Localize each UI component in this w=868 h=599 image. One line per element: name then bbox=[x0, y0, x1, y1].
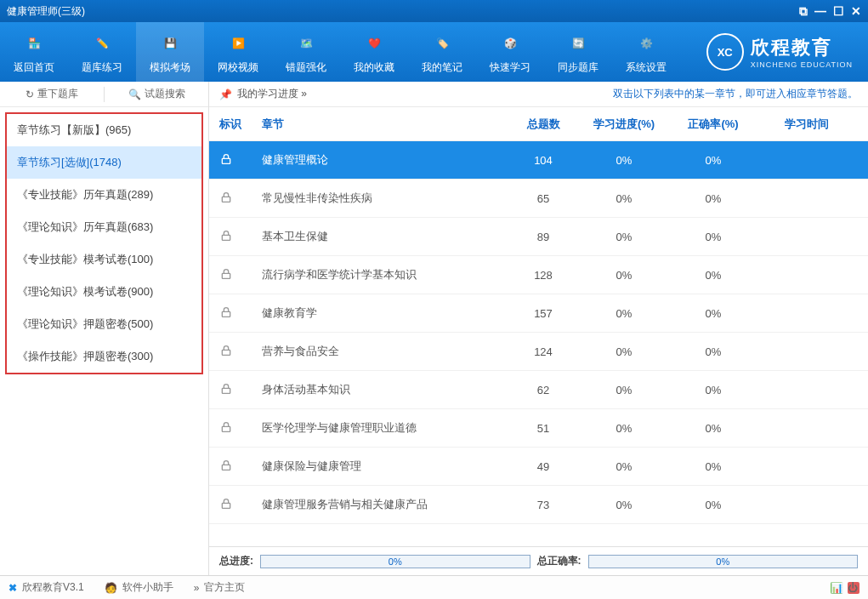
toolbar-pencil[interactable]: ✏️题库练习 bbox=[68, 22, 136, 82]
category-item[interactable]: 《理论知识》历年真题(683) bbox=[7, 211, 201, 243]
toolbar-map[interactable]: 🗺️错题强化 bbox=[272, 22, 340, 82]
toolbar-home[interactable]: 🏪返回首页 bbox=[0, 22, 68, 82]
restore-button[interactable]: ⧉ bbox=[799, 4, 808, 19]
app-window: 健康管理师(三级) ⧉ — ☐ ✕ 🏪返回首页✏️题库练习💾模拟考场▶️网校视频… bbox=[0, 0, 868, 599]
table-header: 标识 章节 总题数 学习进度(%) 正确率(%) 学习时间 bbox=[209, 107, 868, 141]
progress-pct: 0% bbox=[577, 154, 671, 167]
heart-icon: ❤️ bbox=[360, 30, 388, 57]
svg-rect-3 bbox=[222, 273, 230, 278]
maximize-button[interactable]: ☐ bbox=[833, 4, 844, 18]
category-item[interactable]: 章节练习[选做](1748) bbox=[7, 146, 201, 179]
progress-pct: 0% bbox=[577, 269, 671, 282]
hint-text: 双击以下列表中的某一章节，即可进入相应章节答题。 bbox=[613, 87, 858, 101]
gear-icon: ⚙️ bbox=[633, 30, 660, 57]
col-accuracy: 正确率(%) bbox=[671, 117, 756, 132]
chapter-row[interactable]: 基本卫生保健 89 0% 0% bbox=[209, 218, 868, 256]
accuracy-pct: 0% bbox=[671, 384, 756, 396]
reload-questions[interactable]: ↻ 重下题库 bbox=[0, 87, 104, 101]
svg-rect-1 bbox=[222, 197, 230, 202]
svg-rect-6 bbox=[222, 388, 230, 393]
chapter-row[interactable]: 健康保险与健康管理 49 0% 0% bbox=[209, 448, 868, 486]
total-accuracy-label: 总正确率: bbox=[537, 554, 582, 568]
chapter-row[interactable]: 健康教育学 157 0% 0% bbox=[209, 294, 868, 333]
lock-icon bbox=[219, 420, 262, 436]
lock-icon bbox=[219, 267, 262, 283]
toolbar-play[interactable]: ▶️网校视频 bbox=[204, 22, 272, 82]
toolbar-gear[interactable]: ⚙️系统设置 bbox=[612, 22, 680, 82]
category-item[interactable]: 章节练习【新版】(965) bbox=[7, 114, 201, 146]
category-item[interactable]: 《专业技能》模考试卷(100) bbox=[7, 243, 201, 276]
total-progress-label: 总进度: bbox=[219, 554, 253, 568]
close-button[interactable]: ✕ bbox=[851, 4, 861, 18]
total-count: 128 bbox=[509, 269, 577, 282]
reload-icon: ↻ bbox=[26, 88, 34, 100]
svg-rect-0 bbox=[222, 158, 230, 163]
toolbar-save[interactable]: 💾模拟考场 bbox=[136, 22, 204, 82]
my-progress-link[interactable]: 📌 我的学习进度 » bbox=[219, 87, 307, 101]
chapter-name: 健康管理服务营销与相关健康产品 bbox=[262, 497, 509, 512]
status-red-icon[interactable]: ⏻ bbox=[848, 582, 859, 594]
toolbar-label: 快速学习 bbox=[490, 60, 530, 75]
progress-pct: 0% bbox=[577, 384, 671, 396]
search-questions[interactable]: 🔍 试题搜索 bbox=[105, 87, 208, 101]
accuracy-pct: 0% bbox=[671, 269, 756, 282]
svg-rect-4 bbox=[222, 311, 230, 317]
sidebar: ↻ 重下题库 🔍 试题搜索 章节练习【新版】(965)章节练习[选做](1748… bbox=[0, 82, 209, 575]
svg-rect-5 bbox=[222, 350, 230, 355]
svg-rect-7 bbox=[222, 426, 230, 431]
category-item[interactable]: 《专业技能》历年真题(289) bbox=[7, 179, 201, 211]
category-item[interactable]: 《理论知识》押题密卷(500) bbox=[7, 308, 201, 340]
helper-icon: 🧑 bbox=[105, 582, 117, 594]
brand-cn: 欣程教育 bbox=[751, 35, 853, 60]
total-progress-bar: 0% bbox=[260, 555, 530, 568]
progress-pct: 0% bbox=[577, 422, 671, 435]
toolbar-label: 返回首页 bbox=[14, 60, 54, 75]
status-green-icon[interactable]: 📊 bbox=[831, 582, 842, 594]
lock-icon bbox=[219, 382, 262, 398]
chapter-name: 健康教育学 bbox=[262, 305, 509, 321]
brand-logo: XC bbox=[706, 33, 744, 71]
accuracy-pct: 0% bbox=[671, 499, 756, 511]
play-icon: ▶️ bbox=[224, 30, 252, 57]
total-count: 51 bbox=[509, 422, 577, 435]
toolbar-label: 错题强化 bbox=[286, 60, 326, 75]
svg-rect-8 bbox=[222, 465, 230, 470]
category-item[interactable]: 《操作技能》押题密卷(300) bbox=[7, 340, 201, 373]
lock-icon bbox=[219, 344, 262, 360]
chapter-name: 身体活动基本知识 bbox=[262, 382, 509, 397]
total-count: 73 bbox=[509, 499, 577, 511]
toolbar-tag[interactable]: 🏷️我的笔记 bbox=[408, 22, 476, 82]
toolbar-dice[interactable]: 🎲快速学习 bbox=[476, 22, 544, 82]
chapter-row[interactable]: 医学伦理学与健康管理职业道德 51 0% 0% bbox=[209, 409, 868, 448]
progress-pct: 0% bbox=[577, 345, 671, 358]
chapter-row[interactable]: 健康管理服务营销与相关健康产品 73 0% 0% bbox=[209, 486, 868, 524]
logo-icon: ✖ bbox=[9, 582, 17, 594]
progress-footer: 总进度: 0% 总正确率: 0% bbox=[209, 546, 868, 575]
arrow-icon: » bbox=[194, 582, 200, 594]
col-progress: 学习进度(%) bbox=[577, 117, 671, 132]
progress-pct: 0% bbox=[577, 231, 671, 243]
chapter-row[interactable]: 常见慢性非传染性疾病 65 0% 0% bbox=[209, 180, 868, 218]
titlebar: 健康管理师(三级) ⧉ — ☐ ✕ bbox=[0, 0, 868, 22]
category-list: 章节练习【新版】(965)章节练习[选做](1748)《专业技能》历年真题(28… bbox=[5, 112, 203, 374]
chapter-name: 医学伦理学与健康管理职业道德 bbox=[262, 420, 509, 436]
accuracy-pct: 0% bbox=[671, 231, 756, 243]
progress-pct: 0% bbox=[577, 307, 671, 320]
helper-link[interactable]: 🧑 软件小助手 bbox=[105, 580, 173, 595]
col-total: 总题数 bbox=[509, 117, 577, 132]
chapter-row[interactable]: 健康管理概论 104 0% 0% bbox=[209, 141, 868, 180]
col-mark: 标识 bbox=[219, 117, 262, 132]
chapter-row[interactable]: 身体活动基本知识 62 0% 0% bbox=[209, 371, 868, 409]
chapter-name: 常见慢性非传染性疾病 bbox=[262, 191, 509, 206]
minimize-button[interactable]: — bbox=[814, 4, 826, 18]
table-body[interactable]: 健康管理概论 104 0% 0% 常见慢性非传染性疾病 65 0% 0% 基本卫… bbox=[209, 141, 868, 546]
window-title: 健康管理师(三级) bbox=[7, 4, 85, 19]
chapter-row[interactable]: 流行病学和医学统计学基本知识 128 0% 0% bbox=[209, 256, 868, 294]
toolbar-sync[interactable]: 🔄同步题库 bbox=[544, 22, 612, 82]
accuracy-pct: 0% bbox=[671, 192, 756, 205]
chapter-row[interactable]: 营养与食品安全 124 0% 0% bbox=[209, 333, 868, 371]
brand-en: XINCHENG EDUCATION bbox=[751, 60, 853, 69]
toolbar-heart[interactable]: ❤️我的收藏 bbox=[340, 22, 408, 82]
official-home-link[interactable]: » 官方主页 bbox=[194, 580, 246, 595]
category-item[interactable]: 《理论知识》模考试卷(900) bbox=[7, 276, 201, 308]
